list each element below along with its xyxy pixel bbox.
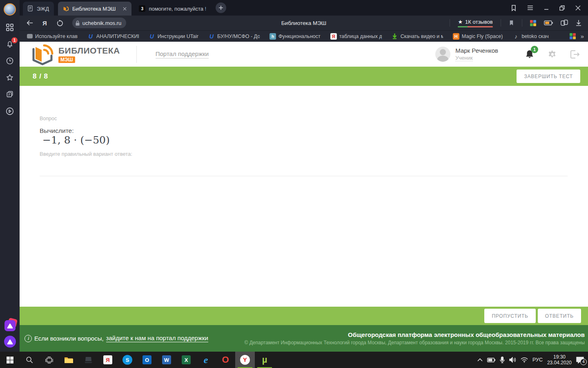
bookmark-item[interactable]: Скачать видео и м — [388, 32, 446, 41]
task-view-icon[interactable] — [39, 352, 59, 368]
internet-explorer-icon[interactable]: e — [196, 352, 216, 368]
profile-avatar-icon[interactable] — [4, 3, 16, 16]
bookmark-item[interactable]: U БУ/НУ/МСФО - До — [205, 32, 263, 41]
test-progress-bar: 8 / 8 ЗАВЕРШИТЬ ТЕСТ — [20, 67, 588, 86]
excel-icon[interactable]: X — [176, 352, 196, 368]
url-field[interactable]: uchebnik.mos.ru — [72, 18, 126, 28]
apps-grid-icon[interactable] — [5, 22, 15, 32]
settings-gear-icon[interactable] — [548, 50, 557, 59]
reload-icon[interactable] — [57, 20, 63, 26]
opera-icon[interactable]: O — [216, 352, 235, 368]
tab-ezhd[interactable]: ЭЖД — [23, 2, 54, 16]
bookmark-label: Инструкции UTair — [158, 34, 198, 39]
utair-icon: U — [149, 33, 155, 40]
bookmark-item[interactable]: H Magic Fly (Space) — [450, 32, 506, 41]
answer-button[interactable]: ОТВЕТИТЬ — [538, 309, 581, 323]
question-area: Вопрос Вычислите: −1, 8 · (−50) Введите … — [20, 86, 588, 307]
bookmark-label: betoko скач — [521, 34, 548, 39]
colored-bookmark-icon[interactable] — [570, 33, 576, 39]
wifi-icon[interactable] — [521, 357, 528, 363]
rating-bar — [458, 26, 493, 27]
downloads-icon[interactable] — [576, 20, 581, 26]
magic-fly-icon: H — [453, 33, 459, 40]
microphone-icon[interactable] — [500, 357, 505, 363]
site-notification-badge: 1 — [531, 46, 538, 53]
bookmark-item[interactable]: Используйте клав — [24, 32, 81, 41]
bookmark-item[interactable]: Я таблица данных д — [327, 32, 385, 41]
tab-mesh-library[interactable]: Библиотека МЭШ — [58, 2, 131, 16]
favorites-star-icon[interactable] — [5, 73, 15, 83]
tray-chevron-icon[interactable] — [477, 358, 483, 361]
toolbar-right: ★ 1К отзывов — [450, 19, 588, 27]
windows-taskbar: Я S O W X e O Y µ — [0, 352, 588, 368]
ezhd-tab-icon — [28, 5, 33, 12]
file-explorer-icon[interactable] — [59, 352, 78, 368]
bookmark-flag-icon[interactable] — [511, 4, 517, 11]
yandex-search-icon[interactable]: Я — [42, 20, 47, 27]
user-avatar[interactable] — [435, 47, 450, 62]
music-note-icon: ♪ — [512, 33, 519, 40]
bookmark-label: Используйте клав — [35, 34, 78, 39]
minimize-icon[interactable] — [544, 5, 549, 10]
notes-icon[interactable] — [5, 90, 15, 99]
clock-date: 23.04.2020 — [547, 360, 572, 366]
alice-assistant-icon[interactable] — [4, 336, 16, 348]
answer-prompt: Введите правильный вариант ответа: — [40, 151, 132, 157]
clock[interactable]: 19:30 23.04.2020 — [547, 354, 572, 366]
extension-icon[interactable] — [530, 20, 536, 26]
site-reviews-widget[interactable]: ★ 1К отзывов — [458, 19, 493, 27]
alice-app-icon[interactable] — [4, 320, 16, 331]
logout-icon[interactable] — [570, 50, 580, 59]
mesh-page: БИБЛИОТЕКА МЭШ Портал поддержки Марк Реч… — [20, 42, 588, 352]
word-icon[interactable]: W — [157, 352, 176, 368]
yandex-browser-icon[interactable]: Y — [235, 352, 255, 368]
bookmark-item[interactable]: ♪ betoko скач — [509, 32, 552, 41]
notifications-bell-icon[interactable]: 1 — [5, 39, 15, 49]
footer-support-link[interactable]: зайдите к нам на портал поддержки — [106, 334, 208, 342]
language-indicator[interactable]: РУС — [532, 357, 543, 363]
utair-icon: U — [87, 33, 94, 40]
skip-button[interactable]: ПРОПУСТИТЬ — [484, 309, 535, 323]
mesh-logo[interactable]: БИБЛИОТЕКА МЭШ — [31, 43, 120, 65]
speaker-icon[interactable] — [509, 357, 516, 363]
question-title: Вычислите: — [40, 127, 74, 135]
znanija-tab-icon: 3 — [139, 5, 145, 12]
tab-znanija[interactable]: 3 помогите, пожалуйста ! д — [134, 2, 211, 16]
action-center-icon[interactable]: 4 — [576, 357, 584, 364]
finish-test-button[interactable]: ЗАВЕРШИТЬ ТЕСТ — [517, 70, 580, 83]
bookmark-item[interactable]: U АНАЛИТИЧЕСКИЕ — [84, 32, 142, 41]
tab-bar: ЭЖД Библиотека МЭШ 3 помогите, пожалуйст… — [20, 0, 588, 16]
video-play-icon[interactable] — [5, 106, 15, 116]
copyright-text: © Департамент Информационных Технологий … — [245, 340, 585, 346]
outlook-icon[interactable]: O — [137, 352, 157, 368]
battery-icon[interactable] — [487, 358, 495, 362]
yandex-app-icon[interactable]: Я — [98, 352, 118, 368]
tab-close-icon[interactable] — [123, 7, 127, 11]
back-icon[interactable] — [26, 20, 33, 26]
utorrent-icon[interactable]: µ — [255, 352, 274, 368]
laptop-app-icon[interactable] — [78, 352, 98, 368]
search-icon[interactable] — [20, 352, 39, 368]
question-formula: −1, 8 · (−50) — [42, 134, 110, 146]
restore-icon[interactable] — [559, 5, 565, 11]
skype-icon[interactable]: S — [118, 352, 137, 368]
logo-badge: МЭШ — [58, 56, 75, 63]
action-center-badge: 4 — [580, 359, 587, 365]
bookmark-item[interactable]: h Функциональност — [266, 32, 324, 41]
start-button[interactable] — [0, 352, 20, 368]
sidebar-notification-badge: 1 — [11, 37, 18, 43]
close-window-icon[interactable] — [575, 5, 581, 11]
site-notifications-bell-icon[interactable]: 1 — [525, 49, 534, 59]
history-clock-icon[interactable] — [5, 56, 15, 66]
answer-input[interactable] — [40, 175, 568, 176]
bookmark-item[interactable]: U Инструкции UTair — [145, 32, 202, 41]
protect-icon[interactable] — [561, 20, 568, 26]
lock-icon — [76, 20, 80, 26]
new-tab-button[interactable] — [216, 2, 226, 13]
support-portal-link[interactable]: Портал поддержки — [156, 50, 209, 58]
bookmarks-overflow-chevron[interactable]: » — [581, 33, 584, 40]
bookmarks-flag-icon[interactable] — [509, 20, 514, 26]
menu-icon[interactable] — [527, 5, 533, 10]
user-role[interactable]: Ученик — [455, 55, 472, 61]
battery-extension-icon[interactable] — [544, 20, 553, 25]
